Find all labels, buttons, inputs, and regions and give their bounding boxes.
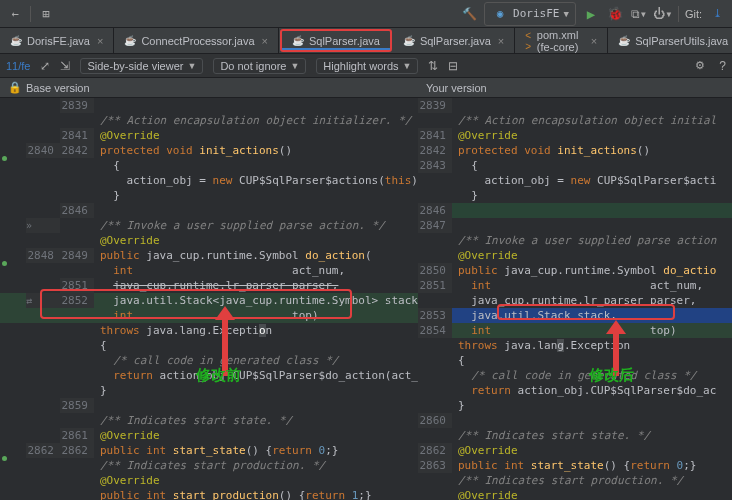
tool-window-icon[interactable]: ⊞ [37,5,55,23]
tab-label: ConnectProcessor.java [141,35,254,47]
tab-label: pom.xml (fe-core) [537,29,584,53]
ignore-mode-select[interactable]: Do not ignore ▼ [213,58,306,74]
sync-scroll-icon[interactable]: ⇅ [428,59,438,73]
annotation-before: 修改前 [196,366,241,385]
coverage-icon[interactable]: ⧉▾ [630,5,648,23]
debug-icon[interactable]: 🐞 [606,5,624,23]
highlight-mode-select[interactable]: Highlight words ▼ [316,58,418,74]
tab-label: SqlParser.java [309,35,380,47]
viewer-mode-select[interactable]: Side-by-side viewer ▼ [80,58,203,74]
collapse-icon[interactable]: ⇲ [60,59,70,73]
back-icon[interactable]: ← [6,5,24,23]
java-file-icon: ☕ [124,35,136,47]
highlight-mode-label: Highlight words [323,60,398,72]
lock-icon: 🔒 [8,81,22,94]
separator [678,6,679,22]
close-icon[interactable]: × [591,35,597,47]
top-toolbar: ← ⊞ 🔨 ◉ DorisFE ▼ ▶ 🐞 ⧉▾ ⏻▾ Git: ⤓ [0,0,732,28]
editor-tab[interactable]: ☕SqlParserUtils.java× [608,28,732,53]
annotation-after: 修改后 [589,366,634,385]
chevron-down-icon: ▼ [563,9,568,19]
git-label: Git: [685,8,702,20]
run-config-label: DorisFE [513,7,559,20]
run-config-dropdown[interactable]: ◉ DorisFE ▼ [484,2,576,26]
profile-icon[interactable]: ⏻▾ [654,5,672,23]
close-icon[interactable]: × [498,35,504,47]
chevron-down-icon: ▼ [403,61,412,71]
separator [30,6,31,22]
java-file-icon: ☕ [10,35,22,47]
breadcrumb[interactable]: 11/fe [6,60,30,72]
editor-tab[interactable]: ☕SqlParser.java× [393,28,515,53]
base-code-pane[interactable]: 2839/** Action encapsulation object init… [0,98,418,500]
base-version-header: 🔒 Base version [0,78,418,98]
chevron-down-icon: ▼ [290,61,299,71]
editor-tab[interactable]: ☕DorisFE.java× [0,28,114,53]
your-version-label: Your version [426,82,487,94]
your-version-header: Your version [418,78,732,98]
viewer-mode-label: Side-by-side viewer [87,60,183,72]
editor-tab[interactable]: < >pom.xml (fe-core)× [515,28,608,53]
xml-file-icon: < > [525,35,532,47]
gear-icon[interactable]: ⚙ [695,59,705,72]
run-config-icon: ◉ [491,5,509,23]
editor-tab[interactable]: ☕ConnectProcessor.java× [114,28,279,53]
tab-label: DorisFE.java [27,35,90,47]
run-icon[interactable]: ▶ [582,5,600,23]
your-code-pane[interactable]: 2839/** Action encapsulation object init… [418,98,732,500]
diff-subbar: 11/fe ⤢ ⇲ Side-by-side viewer ▼ Do not i… [0,54,732,78]
hammer-icon[interactable]: 🔨 [460,5,478,23]
tab-label: SqlParser.java [420,35,491,47]
close-icon[interactable]: × [262,35,268,47]
git-update-icon[interactable]: ⤓ [708,5,726,23]
ignore-mode-label: Do not ignore [220,60,286,72]
java-file-icon: ☕ [618,35,630,47]
whitespace-icon[interactable]: ⊟ [448,59,458,73]
base-version-label: Base version [26,82,90,94]
editor-tab-bar: ☕DorisFE.java×☕ConnectProcessor.java×☕Sq… [0,28,732,54]
java-file-icon: ☕ [403,35,415,47]
java-file-icon: ☕ [292,35,304,47]
chevron-down-icon: ▼ [187,61,196,71]
tab-label: SqlParserUtils.java [635,35,728,47]
editor-tab[interactable]: ☕SqlParser.java [280,29,392,52]
help-icon[interactable]: ? [719,59,726,73]
close-icon[interactable]: × [97,35,103,47]
expand-icon[interactable]: ⤢ [40,59,50,73]
